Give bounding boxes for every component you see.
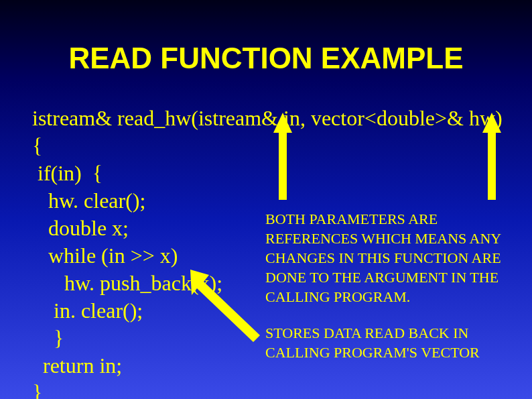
- arrow-diagonal-icon: [178, 266, 265, 346]
- slide-title: READ FUNCTION EXAMPLE: [0, 42, 532, 75]
- code-line: hw. clear();: [32, 188, 145, 213]
- annotation-parameters: BOTH PARAMETERS ARE REFERENCES WHICH MEA…: [265, 209, 513, 306]
- code-line: double x;: [32, 216, 129, 240]
- code-line: if(in) {: [32, 161, 103, 185]
- code-line: while (in >> x): [32, 243, 178, 268]
- svg-marker-1: [482, 113, 501, 200]
- svg-marker-0: [273, 113, 292, 200]
- code-line: return in;: [32, 353, 122, 378]
- annotation-stores: STORES DATA READ BACK IN CALLING PROGRAM…: [265, 323, 486, 362]
- code-line: }: [32, 326, 64, 350]
- code-line: }: [32, 380, 42, 399]
- svg-marker-2: [190, 270, 260, 342]
- code-line: {: [32, 133, 42, 158]
- arrow-up-icon: [273, 113, 292, 200]
- arrow-up-icon: [482, 113, 501, 200]
- code-line: in. clear();: [32, 298, 143, 323]
- code-line: istream& read_hw(istream& in, vector<dou…: [32, 106, 503, 130]
- slide: READ FUNCTION EXAMPLE istream& read_hw(i…: [0, 0, 532, 399]
